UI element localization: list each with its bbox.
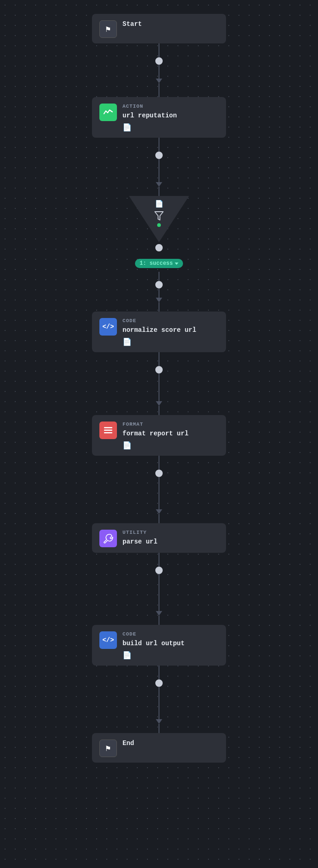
connector-19 <box>159 666 159 679</box>
format-list-icon <box>103 426 113 434</box>
filter-node[interactable]: 📄 <box>129 196 189 242</box>
action-svg <box>103 107 113 117</box>
connector-3 <box>159 83 159 97</box>
connector-15 <box>159 514 159 523</box>
action-section: ACTION url reputation 📄 <box>0 97 318 196</box>
circle-node-4 <box>155 281 163 288</box>
connector-12 <box>159 406 159 415</box>
connector-20 <box>159 687 159 719</box>
code2-section: </> CODE build url output 📄 <box>0 625 318 733</box>
arrow-1 <box>156 79 162 83</box>
arrow-2 <box>156 182 162 187</box>
end-section: ⚑ End <box>0 733 318 763</box>
format-title: format report url <box>122 430 189 437</box>
connector-5 <box>159 159 159 182</box>
badge-label: 1: success <box>140 260 173 267</box>
connector-11 <box>159 373 159 401</box>
code1-title: normalize score url <box>122 326 196 334</box>
filter-doc-icon: 📄 <box>155 200 164 208</box>
action-icon <box>99 104 117 121</box>
svg-rect-2 <box>104 432 112 434</box>
code1-icon: </> <box>99 318 117 336</box>
code1-node[interactable]: </> CODE normalize score url 📄 <box>92 312 226 352</box>
utility-icon <box>99 530 117 547</box>
end-node[interactable]: ⚑ End <box>92 733 226 763</box>
connector-13 <box>159 456 159 470</box>
connector-21 <box>159 724 159 733</box>
filter-triangle-container: 📄 <box>129 196 189 242</box>
action-node[interactable]: ACTION url reputation 📄 <box>92 97 226 138</box>
code1-doc-icon: 📄 <box>122 337 196 347</box>
arrow-4 <box>156 401 162 406</box>
connector-8 <box>159 288 159 298</box>
connector-1 <box>159 43 159 57</box>
connector-14 <box>159 477 159 509</box>
code1-section: </> CODE normalize score url 📄 <box>0 312 318 415</box>
utility-wrench-icon <box>103 533 113 544</box>
utility-section: UTILITY parse url <box>0 523 318 625</box>
format-node[interactable]: FORMAT format report url 📄 <box>92 415 226 456</box>
connector-17 <box>159 574 159 611</box>
connector-16 <box>159 553 159 567</box>
badge-arrow <box>175 263 178 265</box>
flow-diagram: ⚑ Start ACTION url reputation 📄 <box>0 0 318 790</box>
code2-type-label: CODE <box>122 631 184 637</box>
end-label: End <box>122 740 134 747</box>
connector-7 <box>159 272 159 281</box>
success-badge-wrapper[interactable]: 1: success <box>135 259 183 268</box>
connector-9 <box>159 302 159 312</box>
filter-content: 📄 <box>154 200 164 227</box>
arrow-3 <box>156 298 162 302</box>
action-doc-icon: 📄 <box>122 123 177 132</box>
format-doc-icon: 📄 <box>122 441 189 450</box>
filter-section: 📄 1: success <box>0 196 318 312</box>
code1-type-label: CODE <box>122 318 196 324</box>
code2-doc-icon: 📄 <box>122 651 184 660</box>
start-node[interactable]: ⚑ Start <box>92 14 226 43</box>
code2-title: build url output <box>122 640 184 647</box>
circle-node-2 <box>155 152 163 159</box>
start-section: ⚑ Start <box>0 14 318 97</box>
code2-node[interactable]: </> CODE build url output 📄 <box>92 625 226 666</box>
circle-node-6 <box>155 470 163 477</box>
arrow-5 <box>156 509 162 514</box>
connector-10 <box>159 352 159 366</box>
action-title: url reputation <box>122 112 177 119</box>
utility-node[interactable]: UTILITY parse url <box>92 523 226 553</box>
start-flag-icon: ⚑ <box>99 20 117 38</box>
svg-rect-1 <box>104 430 112 431</box>
format-section: FORMAT format report url 📄 <box>0 415 318 523</box>
code2-icon: </> <box>99 631 117 649</box>
filter-green-dot <box>157 223 161 227</box>
circle-node-3 <box>155 244 163 251</box>
connector-6 <box>159 187 159 196</box>
connector-2 <box>159 65 159 79</box>
success-badge[interactable]: 1: success <box>135 259 183 268</box>
start-label: Start <box>122 20 142 28</box>
end-flag-icon: ⚑ <box>99 740 117 757</box>
circle-node-7 <box>155 567 163 574</box>
circle-node-8 <box>155 679 163 687</box>
circle-node-5 <box>155 366 163 373</box>
arrow-7 <box>156 719 162 724</box>
utility-type-label: UTILITY <box>122 530 158 535</box>
action-type-label: ACTION <box>122 104 177 109</box>
circle-node-1 <box>155 57 163 65</box>
utility-title: parse url <box>122 538 158 545</box>
arrow-6 <box>156 611 162 616</box>
format-type-label: FORMAT <box>122 422 189 427</box>
svg-rect-0 <box>104 427 112 428</box>
connector-4 <box>159 138 159 152</box>
connector-18 <box>159 616 159 625</box>
format-icon <box>99 422 117 439</box>
filter-funnel-icon <box>154 210 164 221</box>
